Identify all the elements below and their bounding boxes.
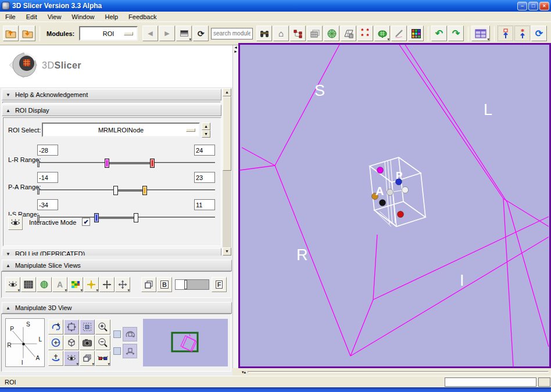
lr-range-slider[interactable] (37, 162, 215, 164)
section-header-slice-views[interactable]: ▲ Manipulate Slice Views (2, 260, 232, 271)
is-min-entry[interactable] (37, 199, 58, 210)
rotate-around-button[interactable] (48, 335, 63, 350)
center-view-button[interactable] (64, 319, 79, 335)
rotate-view-button[interactable] (48, 319, 63, 335)
slice-fade-button[interactable] (21, 277, 36, 292)
layout-button[interactable]: ▾ (471, 26, 490, 41)
spinner-up-button[interactable]: ▲ (202, 123, 210, 130)
slice-annotation-button[interactable]: A ▾ (52, 277, 67, 292)
editor-module-button[interactable]: ▾ (374, 26, 390, 41)
menu-help[interactable]: Help (99, 13, 123, 21)
zoom-in-button[interactable] (95, 319, 110, 335)
panel-scrollbar[interactable]: ▲ ▼ (223, 88, 231, 256)
interactive-eye-button[interactable] (8, 215, 23, 230)
slice-label-outline-button[interactable] (37, 277, 52, 292)
home-button[interactable]: ⌂ (273, 26, 289, 41)
measurements-module-button[interactable] (391, 26, 407, 41)
section-header-help[interactable]: ▼ Help & Acknowledgement (2, 89, 221, 100)
navigation-preview[interactable] (143, 319, 228, 366)
scroll-down-button[interactable]: ▼ (223, 247, 231, 256)
spinner-down-button[interactable]: ▼ (202, 130, 210, 138)
pa-min-entry[interactable] (37, 172, 58, 183)
add-fiducial-button[interactable] (498, 26, 513, 41)
menu-file[interactable]: File (0, 13, 21, 21)
stereo-glasses-button[interactable]: ▾ (95, 351, 110, 366)
module-reload-button[interactable]: ⟳ (193, 26, 209, 41)
interactive-mode-checkbox[interactable]: ✔ (82, 218, 90, 226)
section-header-3d-view[interactable]: ▲ Manipulate 3D View (2, 302, 232, 314)
pa-max-handle[interactable] (142, 186, 147, 195)
maximize-button[interactable]: □ (528, 2, 538, 10)
slice-foreground-button[interactable]: F (212, 277, 227, 292)
redo-button[interactable]: ↷ (448, 26, 464, 41)
slice-opacity-slider[interactable] (175, 279, 209, 290)
module-back-button[interactable]: ◀ (142, 26, 158, 41)
fiducials-module-button[interactable]: * ** * (357, 26, 373, 41)
opacity-slider-thumb[interactable] (184, 280, 187, 289)
module-history-button[interactable]: ▾ (176, 26, 192, 41)
panel-splitter[interactable]: ◄ ► (232, 45, 238, 368)
viewport-bottom-splitter[interactable]: ▾▴ (238, 368, 551, 376)
axis-orientation-widget[interactable]: P S L R I A (5, 318, 45, 367)
viewport-3d[interactable]: S L R I A (238, 43, 551, 368)
lr-max-handle[interactable] (150, 159, 155, 168)
lr-max-entry[interactable] (194, 145, 215, 156)
slice-pan-button[interactable]: ▾ (115, 277, 130, 292)
slice-layers-button[interactable] (141, 277, 156, 292)
pa-min-handle[interactable] (113, 186, 118, 195)
roll-view-button[interactable] (48, 351, 63, 366)
menu-edit[interactable]: Edit (21, 13, 42, 21)
spin-view-button[interactable] (123, 327, 137, 341)
menu-window[interactable]: Window (66, 13, 99, 21)
slice-grid-button[interactable] (99, 277, 115, 292)
pa-range-slider[interactable] (37, 189, 215, 191)
colors-module-button[interactable] (408, 26, 424, 41)
zoom-out-button[interactable] (95, 335, 110, 350)
view-3d-visibility-button[interactable]: ▾ (64, 351, 79, 366)
look-from-button[interactable] (80, 319, 95, 335)
section-header-roi-list[interactable]: ▼ ROI List (DEPRICATED) (2, 248, 221, 256)
ortho-perspective-button[interactable] (64, 335, 79, 350)
models-module-button[interactable] (324, 26, 339, 41)
load-scene-button[interactable] (3, 26, 19, 41)
menu-feedback[interactable]: Feedback (123, 13, 162, 21)
screenshot-button[interactable] (80, 335, 95, 350)
close-button[interactable]: × (539, 2, 549, 10)
lr-min-handle[interactable] (105, 159, 109, 168)
section-header-roi-display[interactable]: ▲ ROI Display (2, 105, 221, 116)
minimize-button[interactable]: – (517, 2, 527, 10)
slice-labelmap-button[interactable]: ▾ (68, 277, 83, 292)
module-select[interactable]: ROI (79, 26, 138, 41)
scroll-up-button[interactable]: ▲ (223, 88, 231, 96)
add-fiducial-list-button[interactable] (514, 26, 530, 41)
slice-background-button[interactable]: B (157, 277, 172, 292)
slice-crosshair-button[interactable]: ▾ (84, 277, 99, 292)
save-scene-button[interactable] (20, 26, 35, 41)
lr-min-entry[interactable] (37, 145, 58, 156)
section-title: Help & Acknowledgement (15, 91, 88, 98)
is-max-entry[interactable] (194, 199, 215, 210)
volumes-module-button[interactable] (307, 26, 323, 41)
scroll-thumb[interactable] (223, 96, 231, 171)
collapse-left-icon[interactable]: ◄ (233, 45, 238, 49)
module-forward-button[interactable]: ▶ (159, 26, 175, 41)
roll-icon (51, 353, 61, 364)
svg-text:S: S (26, 321, 30, 328)
stereo-button[interactable]: ▾ (80, 351, 95, 366)
rock-checkbox[interactable] (113, 347, 121, 355)
undo-button[interactable]: ↶ (431, 26, 447, 41)
refresh-views-button[interactable]: ⟳ (531, 26, 547, 41)
rock-view-button[interactable] (123, 344, 137, 358)
transforms-module-button[interactable] (341, 26, 356, 41)
pa-max-entry[interactable] (194, 172, 215, 183)
collapse-right-icon[interactable]: ► (233, 49, 238, 53)
app-icon[interactable] (2, 2, 10, 10)
spin-checkbox[interactable] (113, 330, 121, 338)
roi-select-menu[interactable]: MRMLROINode (42, 123, 200, 137)
search-modules-input[interactable] (211, 28, 253, 39)
menu-view[interactable]: View (42, 13, 67, 21)
splitter-arrows-icon[interactable]: ▾▴ (242, 370, 246, 375)
data-module-button[interactable] (290, 26, 306, 41)
find-module-button[interactable] (256, 26, 272, 41)
slice-visibility-button[interactable]: ▾ (5, 277, 20, 292)
